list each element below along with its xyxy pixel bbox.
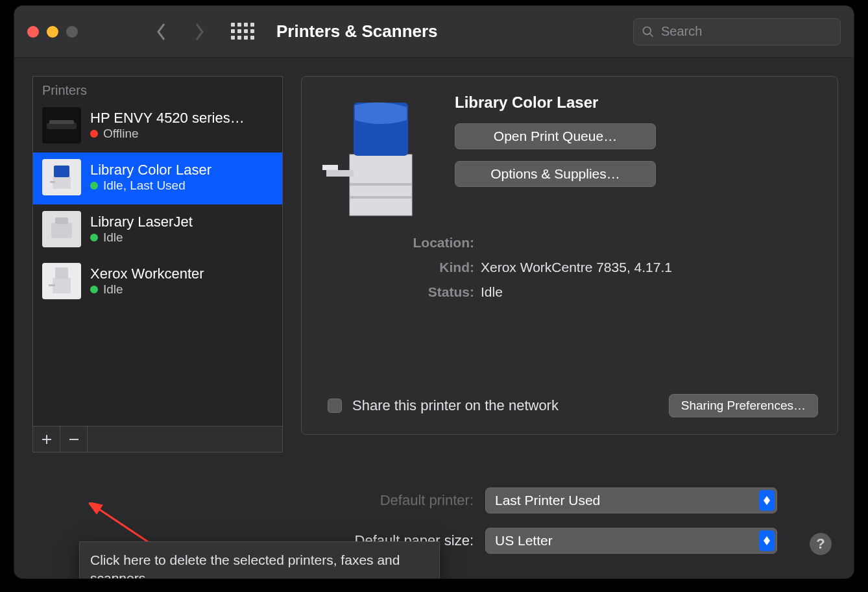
detail-title: Library Color Laser xyxy=(455,93,818,112)
show-all-icon[interactable] xyxy=(231,23,254,41)
printer-large-icon xyxy=(321,92,431,222)
value-location xyxy=(481,235,818,251)
label-location: Location: xyxy=(321,235,474,251)
default-paper-select[interactable]: US Letter xyxy=(485,528,777,554)
share-row: Share this printer on the network Sharin… xyxy=(328,394,818,417)
printer-name: Xerox Workcenter xyxy=(90,265,273,282)
share-printer-checkbox[interactable] xyxy=(328,399,342,413)
svg-rect-16 xyxy=(350,183,412,186)
printer-thumb-icon xyxy=(42,211,81,247)
printer-name: Library LaserJet xyxy=(90,214,273,230)
select-stepper-icon xyxy=(759,490,775,511)
svg-rect-8 xyxy=(55,217,68,224)
sharing-preferences-button[interactable]: Sharing Preferences… xyxy=(669,394,818,417)
svg-rect-19 xyxy=(326,170,354,177)
printer-status: Idle xyxy=(90,282,273,297)
search-icon xyxy=(642,25,655,38)
minimize-window-button[interactable] xyxy=(47,26,58,38)
svg-marker-23 xyxy=(764,536,770,541)
toolbar: Printers & Scanners xyxy=(14,6,854,58)
svg-rect-11 xyxy=(49,284,55,286)
svg-rect-10 xyxy=(55,267,68,279)
svg-rect-6 xyxy=(50,181,55,183)
default-printer-value: Last Printer Used xyxy=(495,493,600,508)
printer-list-item[interactable]: Library Color Laser Idle, Last Used xyxy=(33,153,282,204)
label-kind: Kind: xyxy=(321,260,474,275)
status-dot-icon xyxy=(90,182,98,190)
open-print-queue-button[interactable]: Open Print Queue… xyxy=(455,123,656,149)
label-status: Status: xyxy=(321,284,474,300)
svg-point-0 xyxy=(644,27,651,34)
back-button[interactable] xyxy=(156,22,167,42)
printer-status: Idle xyxy=(90,230,273,245)
printer-list-item[interactable]: Xerox Workcenter Idle xyxy=(33,256,282,308)
printer-thumb-icon xyxy=(42,159,81,195)
options-supplies-button[interactable]: Options & Supplies… xyxy=(455,161,656,187)
printer-name: HP ENVY 4520 series… xyxy=(90,110,273,127)
printer-thumb-icon xyxy=(42,107,81,143)
sidebar-header: Printers xyxy=(33,77,282,101)
printer-name: Library Color Laser xyxy=(90,162,273,179)
value-kind: Xerox WorkCentre 7835, 4.17.1 xyxy=(481,260,818,275)
select-stepper-icon xyxy=(759,530,775,551)
remove-button-tooltip: Click here to delete the selected printe… xyxy=(79,541,440,579)
printer-thumb-icon xyxy=(42,263,81,299)
svg-rect-4 xyxy=(53,176,71,189)
printer-list-item[interactable]: Library LaserJet Idle xyxy=(33,204,282,256)
remove-printer-button[interactable] xyxy=(60,426,88,452)
search-input[interactable] xyxy=(661,24,832,39)
preferences-window: Printers & Scanners Printers HP ENVY 452… xyxy=(14,5,854,579)
status-dot-icon xyxy=(90,286,98,293)
svg-rect-17 xyxy=(350,196,412,199)
printer-status: Idle, Last Used xyxy=(90,179,273,193)
printer-detail-panel: Library Color Laser Open Print Queue… Op… xyxy=(301,76,838,435)
svg-rect-9 xyxy=(53,278,71,293)
svg-rect-20 xyxy=(322,165,338,170)
svg-rect-7 xyxy=(51,223,72,238)
svg-line-1 xyxy=(650,33,653,36)
search-field[interactable] xyxy=(633,18,841,45)
default-printer-label: Default printer: xyxy=(301,492,474,509)
zoom-window-button[interactable] xyxy=(66,26,78,38)
add-printer-button[interactable] xyxy=(33,426,60,452)
share-printer-label: Share this printer on the network xyxy=(352,397,658,414)
svg-rect-3 xyxy=(49,120,74,124)
printer-list: HP ENVY 4520 series… Offline Library Col… xyxy=(33,101,282,426)
status-dot-icon xyxy=(90,130,98,138)
default-printer-select[interactable]: Last Printer Used xyxy=(485,487,777,513)
help-button[interactable]: ? xyxy=(810,533,832,555)
default-paper-value: US Letter xyxy=(495,533,553,549)
svg-marker-24 xyxy=(764,541,770,545)
status-dot-icon xyxy=(90,234,98,241)
nav-arrows xyxy=(156,22,205,42)
svg-marker-21 xyxy=(764,496,770,500)
printer-info-grid: Location: Kind: Xerox WorkCentre 7835, 4… xyxy=(321,235,818,300)
close-window-button[interactable] xyxy=(27,26,39,38)
printer-sidebar: Printers HP ENVY 4520 series… Offline xyxy=(32,76,283,452)
content: Printers HP ENVY 4520 series… Offline xyxy=(14,58,854,578)
forward-button[interactable] xyxy=(193,22,205,42)
window-controls xyxy=(27,26,78,38)
value-status: Idle xyxy=(481,284,818,300)
svg-marker-22 xyxy=(764,500,770,505)
svg-rect-5 xyxy=(54,166,69,177)
page-title: Printers & Scanners xyxy=(276,21,438,42)
printer-list-item[interactable]: HP ENVY 4520 series… Offline xyxy=(33,101,282,153)
sidebar-footer xyxy=(33,426,282,452)
printer-status: Offline xyxy=(90,127,273,141)
